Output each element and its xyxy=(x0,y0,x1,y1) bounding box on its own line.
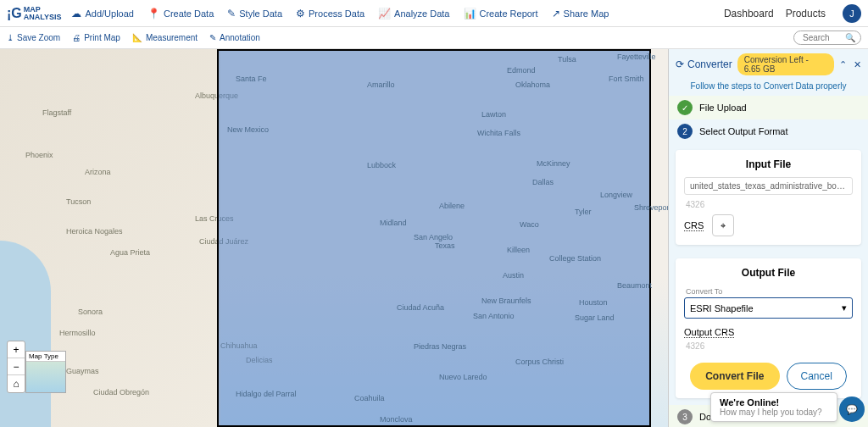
chat-widget[interactable]: We're Online! How may I help you today? xyxy=(710,392,837,422)
output-crs-value: 4326 xyxy=(684,341,853,356)
map-type-thumb xyxy=(26,362,65,392)
cloud-icon: ☁ xyxy=(71,8,81,19)
zoom-out-button[interactable]: − xyxy=(8,358,25,375)
map-type-switcher[interactable]: Map Type xyxy=(25,351,66,393)
report-icon: 📊 xyxy=(464,8,476,19)
map-type-label: Map Type xyxy=(26,352,65,362)
city-label: Waco xyxy=(520,220,539,229)
print-icon: 🖨 xyxy=(72,33,81,42)
step-output-format[interactable]: 2Select Output Format xyxy=(669,119,868,143)
close-icon[interactable]: ✕ xyxy=(854,59,861,70)
search-box[interactable]: 🔍 xyxy=(793,30,861,45)
pencil-icon: ✎ xyxy=(227,8,236,19)
annotation-button[interactable]: ✎Annotation xyxy=(209,33,260,42)
output-file-header: Output File xyxy=(684,267,853,279)
city-label: Tyler xyxy=(575,208,592,216)
city-label: Hermosillo xyxy=(59,329,96,337)
output-crs-link[interactable]: Output CRS xyxy=(684,327,734,338)
city-label: McKinney xyxy=(537,159,570,168)
nav-share-map[interactable]: ↗Share Map xyxy=(552,8,609,19)
nav-analyze-data[interactable]: 📈Analyze Data xyxy=(378,8,449,19)
step3-badge: 3 xyxy=(677,409,693,424)
city-label: College Station xyxy=(549,254,601,263)
nav-add-upload[interactable]: ☁Add/Upload xyxy=(71,8,134,19)
crs-link[interactable]: CRS xyxy=(684,220,704,231)
output-format-value: ESRI Shapefile xyxy=(690,303,754,313)
panel-title: ⟳Converter xyxy=(676,58,732,70)
city-label: Coahuila xyxy=(354,394,385,402)
city-label: San Antonio xyxy=(473,312,515,320)
convert-to-label: Convert To xyxy=(684,286,853,296)
city-label: Agua Prieta xyxy=(110,248,150,257)
save-zoom-button[interactable]: ⤓Save Zoom xyxy=(7,33,60,42)
search-icon: 🔍 xyxy=(845,33,855,42)
zoom-in-button[interactable]: + xyxy=(8,341,25,358)
city-label: Midland xyxy=(380,219,407,227)
panel-header: ⟳Converter Conversion Left - 6.65 GB ⌃ ✕ xyxy=(669,49,868,80)
output-format-select[interactable]: ESRI Shapefile ▾ xyxy=(684,297,853,319)
gear-icon: ⚙ xyxy=(296,8,305,19)
chevron-down-icon: ▾ xyxy=(842,302,847,313)
ruler-icon: 📐 xyxy=(132,33,142,42)
city-label: Santa Fe xyxy=(236,75,267,83)
city-label: Shreveport xyxy=(634,203,668,212)
city-label: Tucson xyxy=(66,197,91,206)
input-crs-value: 4326 xyxy=(684,200,853,214)
check-icon: ✓ xyxy=(677,100,693,115)
convert-file-button[interactable]: Convert File xyxy=(690,363,779,390)
city-label: Dallas xyxy=(532,178,554,186)
city-label: Fort Smith xyxy=(609,75,644,83)
cancel-button[interactable]: Cancel xyxy=(787,363,847,390)
products-link[interactable]: Products xyxy=(786,8,826,19)
nav-process-data[interactable]: ⚙Process Data xyxy=(296,8,364,19)
avatar[interactable]: J xyxy=(843,4,861,23)
crs-target-button[interactable]: ⌖ xyxy=(712,214,734,236)
city-label: Arizona xyxy=(85,168,111,176)
map-toolbar: ⤓Save Zoom 🖨Print Map 📐Measurement ✎Anno… xyxy=(0,27,868,49)
nav-create-data[interactable]: 📍Create Data xyxy=(147,8,214,19)
chat-subtitle: How may I help you today? xyxy=(720,408,828,417)
city-label: Phoenix xyxy=(25,151,53,159)
map-canvas[interactable]: FlagstaffAlbuquerquePhoenixArizonaTucson… xyxy=(0,49,668,427)
search-input[interactable] xyxy=(803,33,838,42)
city-label: Lawton xyxy=(481,110,506,119)
zoom-home-button[interactable]: ⌂ xyxy=(8,375,25,392)
city-label: Fayetteville xyxy=(617,53,656,61)
pin-icon: 📍 xyxy=(147,8,160,19)
panel-instruction: Follow the steps to Convert Data properl… xyxy=(669,80,868,96)
panel-controls: ⌃ ✕ xyxy=(839,59,861,70)
step-file-upload[interactable]: ✓File Upload xyxy=(669,96,868,119)
logo[interactable]: ¡G MAPANALYSIS xyxy=(7,6,61,21)
dashboard-link[interactable]: Dashboard xyxy=(724,8,774,19)
input-file-card: Input File united_states_texas_administr… xyxy=(676,150,861,245)
city-label: Sugar Land xyxy=(575,313,615,322)
city-label: Abilene xyxy=(439,202,465,210)
save-icon: ⤓ xyxy=(7,33,14,42)
city-label: Amarillo xyxy=(367,80,395,89)
conversion-left-badge: Conversion Left - 6.65 GB xyxy=(737,53,834,75)
city-label: Austin xyxy=(503,271,524,280)
chat-icon: 💬 xyxy=(846,404,858,415)
city-label: Monclova xyxy=(380,415,413,424)
measurement-button[interactable]: 📐Measurement xyxy=(132,33,198,42)
city-label: Houston xyxy=(579,298,608,307)
step2-badge: 2 xyxy=(677,124,693,139)
city-label: Oklahoma xyxy=(515,80,550,89)
top-bar: ¡G MAPANALYSIS ☁Add/Upload 📍Create Data … xyxy=(0,0,868,27)
refresh-icon: ⟳ xyxy=(676,58,684,70)
chat-title: We're Online! xyxy=(720,397,828,408)
chat-fab-button[interactable]: 💬 xyxy=(839,396,865,422)
nav-create-report[interactable]: 📊Create Report xyxy=(464,8,538,19)
city-label: Nuevo Laredo xyxy=(439,373,487,381)
collapse-icon[interactable]: ⌃ xyxy=(839,59,847,70)
main-area: FlagstaffAlbuquerquePhoenixArizonaTucson… xyxy=(0,49,868,427)
print-map-button[interactable]: 🖨Print Map xyxy=(72,33,120,42)
input-filename: united_states_texas_administrative_bound… xyxy=(684,177,853,195)
chart-icon: 📈 xyxy=(378,8,391,19)
crs-row: CRS ⌖ xyxy=(684,214,853,236)
city-label: Ciudad Acuña xyxy=(397,303,444,312)
city-label: Flagstaff xyxy=(42,108,71,117)
nav-style-data[interactable]: ✎Style Data xyxy=(227,8,282,19)
annotation-icon: ✎ xyxy=(209,33,216,42)
selection-overlay[interactable]: TulsaFayettevilleSanta FeAmarilloEdmondO… xyxy=(217,49,651,427)
